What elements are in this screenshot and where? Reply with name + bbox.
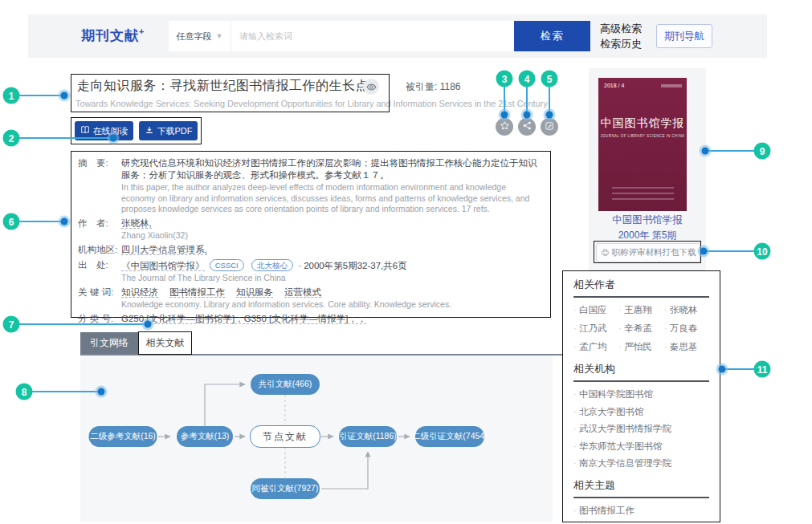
author-label: 作 者: bbox=[78, 217, 121, 242]
callout-anchor-dot bbox=[61, 218, 68, 225]
callout-anchor-dot bbox=[61, 92, 68, 100]
journal-article-page: 期刊文献+ 任意字段 ▼ 检索 高级检索 检索历史 期刊导航 走向知识服务：寻找… bbox=[0, 0, 812, 524]
search-button[interactable]: 检索 bbox=[514, 21, 590, 51]
callout-badge-3: 3 bbox=[496, 71, 513, 87]
cover-tagline bbox=[661, 84, 682, 87]
printer-icon bbox=[601, 248, 610, 258]
article-title: 走向知识服务：寻找新世纪图书情报工作的生长点 bbox=[77, 78, 369, 95]
annotation-box-package-download: 职称评审材料打包下载 bbox=[594, 241, 701, 263]
related-author-link[interactable]: 孟广均 bbox=[573, 341, 618, 353]
related-institution-link[interactable]: 中国科学院图书馆 bbox=[573, 388, 709, 400]
tab-citation-network[interactable]: 引文网络 bbox=[80, 332, 138, 354]
affiliation-label: 机构地区: bbox=[78, 244, 121, 256]
correction-button[interactable] bbox=[541, 118, 558, 136]
brand-label: 期刊文献 bbox=[81, 28, 139, 43]
related-authors-title: 相关作者 bbox=[573, 278, 709, 292]
keywords-row: 关 键 词: 知识经济图书情报工作知识服务运营模式 Knowledge econ… bbox=[78, 286, 541, 311]
related-institution-link[interactable]: 华东师范大学图书馆 bbox=[573, 441, 709, 453]
network-node[interactable]: 二级参考文献(16) bbox=[89, 426, 157, 447]
source-journal-link[interactable]: 《中国图书馆学报》 bbox=[121, 261, 205, 271]
related-author-link[interactable]: 张晓林 bbox=[664, 304, 709, 316]
network-node[interactable]: 共引文献(466) bbox=[251, 374, 320, 395]
network-node[interactable]: 节点文献 bbox=[250, 425, 320, 448]
journal-nav-button[interactable]: 期刊导航 bbox=[656, 24, 712, 48]
abstract-text-en: In this paper, the author analyzes deep-… bbox=[121, 182, 541, 215]
callout-badge-4: 4 bbox=[519, 71, 536, 87]
callout-line bbox=[11, 323, 148, 325]
related-institution-link[interactable]: 北京大学图书馆 bbox=[573, 406, 709, 418]
share-button[interactable] bbox=[518, 118, 536, 136]
classification-link[interactable]: G250 [文化科学—图书馆学]；G350 [文化科学—情报学]；； bbox=[121, 314, 366, 324]
journal-title-link[interactable]: 中国图书馆学报 bbox=[589, 213, 706, 227]
brand-superscript: + bbox=[139, 26, 145, 36]
related-institutions-title: 相关机构 bbox=[573, 362, 709, 376]
related-author-link[interactable]: 严怡民 bbox=[618, 341, 663, 353]
keyword-link[interactable]: 图书情报工作 bbox=[169, 287, 225, 298]
callout-anchor-dot bbox=[145, 321, 152, 328]
callout-badge-5: 5 bbox=[541, 71, 558, 87]
callout-line bbox=[11, 137, 113, 139]
citation-count: 被引量: 1186 bbox=[406, 80, 461, 94]
keyword-link[interactable]: 知识经济 bbox=[121, 287, 158, 298]
article-meta-box: 摘 要: 研究现代信息环境和知识经济对图书情报工作的深层次影响；提出将图书情报工… bbox=[71, 151, 551, 318]
pku-core-badge[interactable]: 北大核心 bbox=[251, 259, 293, 271]
advanced-search-link[interactable]: 高级检索 bbox=[600, 21, 642, 36]
affiliation-link[interactable]: 四川大学信息管理系, bbox=[121, 245, 207, 255]
search-input[interactable] bbox=[231, 21, 514, 51]
package-download-button[interactable]: 职称评审材料打包下载 bbox=[596, 243, 700, 262]
related-topics-title: 相关主题 bbox=[573, 478, 709, 493]
cover-issue: 2018 / 4 bbox=[604, 83, 624, 88]
journal-cover[interactable]: 2018 / 4 中国图书馆学报 JOURNAL OF LIBRARY SCIE… bbox=[598, 78, 687, 211]
source-issue: · 2000年第5期32-37,共6页 bbox=[298, 261, 407, 270]
citation-count-label: 被引量: bbox=[406, 81, 437, 92]
callout-line bbox=[24, 391, 101, 392]
callout-anchor-dot bbox=[546, 112, 553, 119]
callout-anchor-dot bbox=[719, 366, 726, 373]
network-node[interactable]: 引证文献(1186) bbox=[339, 426, 397, 447]
related-author-link[interactable]: 辛希孟 bbox=[618, 323, 663, 335]
related-topic-link[interactable]: 图书情报工作 bbox=[573, 505, 709, 517]
related-author-link[interactable]: 万良春 bbox=[664, 323, 709, 335]
eye-icon[interactable] bbox=[363, 79, 379, 95]
keyword-link[interactable]: 运营模式 bbox=[284, 287, 321, 298]
download-pdf-button[interactable]: 下载PDF bbox=[139, 121, 198, 140]
related-authors-divider bbox=[573, 296, 709, 298]
related-author-link[interactable]: 秦思基 bbox=[664, 341, 709, 353]
abstract-text-zh: 研究现代信息环境和知识经济对图书情报工作的深层次影响；提出将图书情报工作核心能力… bbox=[121, 157, 541, 181]
section-title-journal-literature[interactable]: 期刊文献+ bbox=[81, 26, 145, 45]
related-panel: 相关作者 白国应王惠翔张晓林江乃武辛希孟万良春孟广均严怡民秦思基 相关机构 中国… bbox=[562, 270, 720, 522]
callout-badge-11: 11 bbox=[754, 361, 771, 378]
related-author-link[interactable]: 江乃武 bbox=[573, 323, 618, 335]
download-icon bbox=[145, 125, 154, 136]
related-institution-link[interactable]: 武汉大学图书情报学院 bbox=[573, 423, 709, 435]
favorite-button[interactable] bbox=[496, 118, 513, 136]
author-link[interactable]: 张晓林, bbox=[121, 218, 152, 229]
cover-title-en: JOURNAL OF LIBRARY SCIENCE IN CHINA bbox=[598, 134, 687, 138]
field-select-value: 任意字段 bbox=[177, 30, 212, 43]
network-node[interactable]: 参考文献(13) bbox=[177, 426, 233, 447]
callout-anchor-dot bbox=[110, 135, 117, 142]
author-row: 作 者: 张晓林, Zhang Xiaolin(32) bbox=[78, 217, 541, 242]
network-node[interactable]: 同被引文献(7927) bbox=[251, 478, 320, 499]
book-icon bbox=[80, 125, 90, 136]
search-history-link[interactable]: 检索历史 bbox=[600, 36, 642, 51]
callout-anchor-dot bbox=[501, 112, 508, 119]
related-author-link[interactable]: 王惠翔 bbox=[618, 304, 663, 316]
author-en: Zhang Xiaolin(32) bbox=[121, 230, 541, 242]
callout-badge-6: 6 bbox=[3, 213, 20, 230]
source-label: 出 处: bbox=[78, 259, 121, 284]
cssci-badge[interactable]: CSSCI bbox=[210, 259, 244, 271]
package-download-label: 职称评审材料打包下载 bbox=[612, 247, 696, 258]
tab-related-literature[interactable]: 相关文献 bbox=[138, 331, 192, 355]
related-institution-link[interactable]: 南京大学信息管理学院 bbox=[573, 457, 709, 469]
abstract-label: 摘 要: bbox=[78, 157, 121, 215]
callout-badge-7: 7 bbox=[3, 316, 20, 333]
source-row: 出 处: 《中国图书馆学报》 CSSCI 北大核心 · 2000年第5期32-3… bbox=[78, 259, 541, 284]
keyword-link[interactable]: 知识服务 bbox=[236, 287, 273, 298]
network-node[interactable]: 二级引证文献(7454) bbox=[415, 426, 484, 447]
field-select[interactable]: 任意字段 ▼ bbox=[169, 21, 231, 51]
callout-badge-10: 10 bbox=[754, 243, 771, 260]
callout-badge-1: 1 bbox=[3, 87, 20, 104]
related-author-link[interactable]: 白国应 bbox=[573, 304, 618, 316]
related-institutions-divider bbox=[573, 380, 709, 382]
